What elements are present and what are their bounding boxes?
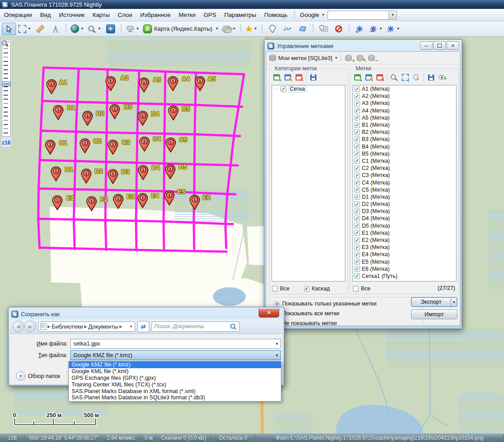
checkbox-checked[interactable]	[354, 259, 360, 265]
edit-mark-button[interactable]	[364, 72, 373, 82]
checkbox-checked[interactable]	[354, 122, 360, 128]
display-option-radio[interactable]: Показывать только указанные метки	[274, 299, 421, 309]
map-pin[interactable]: 1	[52, 195, 63, 210]
gps-goto-button[interactable]: ▼	[385, 23, 401, 35]
edit-database-button[interactable]: ✎	[355, 53, 365, 63]
zoom-slider[interactable]	[2, 42, 11, 137]
filetype-option[interactable]: Google KML file (*.kml)	[69, 368, 281, 375]
mark-list-item[interactable]: A2 (Метка)	[353, 92, 456, 100]
save-marks-button[interactable]	[426, 72, 436, 82]
edit-category-button[interactable]	[283, 72, 292, 82]
map-pin[interactable]: 1	[189, 195, 200, 210]
geosearch-dropdown-button[interactable]: ▼	[388, 11, 396, 19]
checkbox-checked[interactable]	[354, 108, 360, 113]
map-pin[interactable]: 1	[45, 140, 56, 155]
map-pin[interactable]: 1	[164, 190, 175, 205]
zoom-slider-handle[interactable]	[2, 81, 10, 86]
mark-list-item[interactable]: D1 (Метка)	[353, 193, 456, 201]
map-pin[interactable]: 1	[139, 137, 150, 152]
mark-list-item[interactable]: C5 (Метка)	[353, 186, 456, 193]
checkbox-checked[interactable]	[354, 273, 360, 279]
ruler-tool[interactable]	[33, 23, 48, 35]
fullscreen-tool[interactable]: ✛	[104, 23, 118, 35]
add-mark-button[interactable]	[352, 72, 362, 82]
breadcrumb-item[interactable]: Библиотеки	[52, 323, 83, 330]
add-placemark-button[interactable]	[265, 23, 280, 35]
filetype-option[interactable]: SAS.Planet Marks Database in XML format …	[69, 388, 281, 394]
radio-icon[interactable]	[274, 301, 280, 307]
filetype-option[interactable]: Training Center XML files (TCX) (*.tcx)	[69, 381, 281, 388]
map-pin[interactable]: 1	[137, 193, 148, 208]
save-as-titlebar[interactable]: Сохранить как ✕	[10, 309, 283, 319]
map-pin[interactable]: 1	[138, 165, 148, 180]
checkbox-checked[interactable]	[354, 230, 360, 236]
view-3d-tool[interactable]: ▼	[124, 23, 141, 35]
mark-list-item[interactable]: E1 (Метка)	[353, 229, 456, 237]
filetype-option[interactable]: SAS.Planet Marks Database in SQLite3 for…	[69, 394, 281, 401]
map-pin[interactable]: 1	[81, 169, 92, 184]
mark-list-item[interactable]: D5 (Метка)	[353, 222, 456, 229]
mark-list-item[interactable]: Сетка1 (Путь)	[353, 273, 456, 280]
map-pin[interactable]: 1	[195, 76, 205, 91]
checkbox-checked[interactable]	[354, 201, 360, 207]
menu-item[interactable]: Вид	[36, 10, 55, 20]
categories-all-checkbox[interactable]: Все	[272, 285, 290, 292]
cascade-checkbox[interactable]: Каскад	[304, 285, 330, 292]
map-pin[interactable]: 1	[139, 77, 149, 92]
checkbox-checked[interactable]	[354, 165, 360, 171]
map-pin[interactable]: 1	[137, 111, 148, 126]
mark-list-item[interactable]: A1 (Метка)	[353, 85, 456, 92]
geosearch-input[interactable]: ▼	[328, 11, 397, 20]
checkbox-checked[interactable]	[354, 144, 360, 149]
map-pin[interactable]: 1	[108, 169, 118, 184]
gps-connect-button[interactable]	[352, 23, 367, 35]
marks-list[interactable]: A1 (Метка)A2 (Метка)A3 (Метка)A4 (Метка)…	[352, 85, 456, 281]
delete-database-button[interactable]: −	[367, 53, 376, 63]
search-input[interactable]: Поиск: Документы	[152, 321, 240, 332]
map-pin[interactable]: 1	[46, 79, 57, 94]
checkbox-checked[interactable]	[280, 86, 286, 92]
mark-list-item[interactable]: D2 (Метка)	[353, 201, 456, 208]
checkbox-checked[interactable]	[354, 158, 360, 164]
checkbox-checked[interactable]	[354, 237, 360, 243]
mark-list-item[interactable]: C4 (Метка)	[353, 179, 456, 186]
marks-all-checkbox[interactable]: Все	[353, 285, 371, 292]
filetype-option[interactable]: GPS Exchange files (GPX) (*.gpx)	[69, 375, 281, 382]
mark-list-item[interactable]: C1 (Метка)	[353, 157, 456, 165]
checkbox-checked[interactable]	[354, 266, 360, 272]
select-marks-button[interactable]: ↓	[400, 72, 410, 82]
menu-item[interactable]: Операции	[0, 10, 36, 20]
maximize-button[interactable]	[433, 41, 446, 50]
placemark-list-button[interactable]	[316, 23, 331, 35]
export-button[interactable]: Экспорт ▼	[411, 297, 457, 307]
map-source-button[interactable]: Ø Карта (Яндекс.Карты) ▼	[142, 23, 220, 35]
menu-item[interactable]: Источник	[55, 10, 89, 20]
menu-item[interactable]: Метки	[175, 10, 200, 20]
mark-list-item[interactable]: D3 (Метка)	[353, 208, 456, 215]
checkbox-checked[interactable]	[354, 216, 360, 221]
filetype-select[interactable]: Google KMZ file (*.kmz) ▼	[70, 350, 281, 360]
mark-list-item[interactable]: B2 (Метка)	[353, 129, 456, 136]
map-pin[interactable]: 1	[51, 166, 61, 181]
map-pin[interactable]: 1	[109, 104, 120, 119]
checkbox-checked[interactable]	[354, 137, 360, 142]
cursor-tool[interactable]	[2, 23, 16, 35]
browse-folders-button[interactable]: ▼ Обзор папок	[16, 371, 60, 381]
checkbox-checked[interactable]	[354, 129, 360, 135]
breadcrumb-dropdown-icon[interactable]: ▼	[129, 325, 133, 329]
layers-button[interactable]: ▼	[221, 23, 237, 35]
checkbox-checked[interactable]	[354, 86, 360, 92]
checkbox-checked[interactable]	[354, 252, 360, 257]
checkbox-checked[interactable]	[354, 180, 360, 185]
mark-list-item[interactable]: E3 (Метка)	[353, 244, 456, 251]
refresh-button[interactable]: ⇄	[137, 321, 149, 332]
hide-marks-button[interactable]	[332, 23, 346, 35]
mark-list-item[interactable]: C2 (Метка)	[353, 165, 456, 172]
search-provider-button[interactable]: Google ▼	[297, 10, 328, 20]
categories-tree[interactable]: Сетка	[272, 85, 345, 281]
marks-manager-titlebar[interactable]: Управление метками — ✕	[266, 41, 460, 51]
delete-mark-button[interactable]	[375, 72, 384, 82]
map-pin[interactable]: 1	[53, 105, 64, 120]
filetype-option[interactable]: Google KMZ file (*.kmz)	[69, 362, 281, 368]
menu-item[interactable]: Карты	[88, 10, 113, 20]
